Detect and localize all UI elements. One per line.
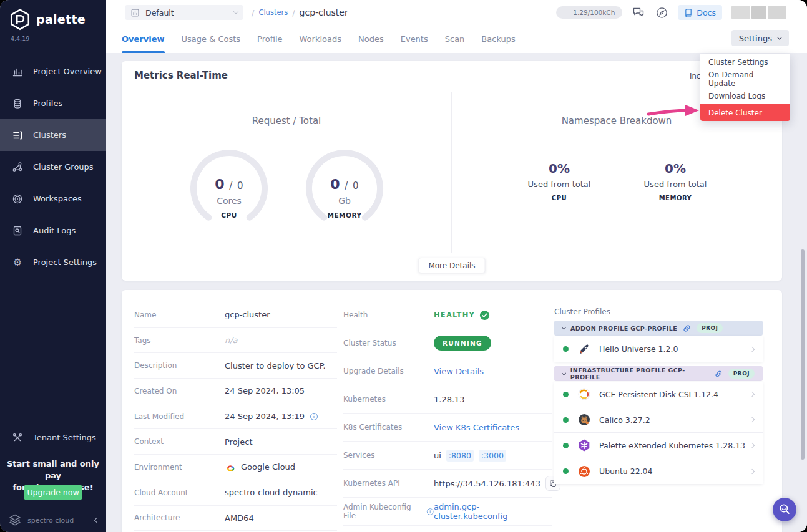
menu-item-download-logs[interactable]: Download Logs bbox=[700, 87, 790, 104]
menu-item-cluster-settings[interactable]: Cluster Settings bbox=[700, 54, 790, 70]
detail-row-services: Services ui :8080 :3000 bbox=[343, 442, 552, 470]
sidebar-item-label: Clusters bbox=[33, 130, 66, 140]
namespace-cpu-percent: 0% bbox=[509, 161, 609, 176]
breadcrumb-link-clusters[interactable]: Clusters bbox=[258, 8, 288, 17]
detail-row-cloud-account: Cloud Accountspectro-cloud-dynamic bbox=[134, 480, 337, 506]
info-icon[interactable] bbox=[310, 412, 318, 421]
target-circles-icon bbox=[12, 193, 23, 205]
top-bar: Default / Clusters / gcp-cluster 1.29/10… bbox=[106, 0, 807, 25]
profile-row-ubuntu[interactable]: Ubuntu 22.04 bbox=[554, 458, 763, 484]
addon-profile-section-header[interactable]: ADDON PROFILE GCP-PROFILE PROJ bbox=[554, 321, 763, 336]
metrics-card-header: Metrics Real-Time Incl bbox=[122, 61, 782, 90]
link-icon[interactable] bbox=[714, 369, 723, 379]
magnifier-smile-icon bbox=[777, 502, 792, 517]
cpu-gauge: 0 / 0 Cores CPU bbox=[188, 148, 270, 229]
docs-button[interactable]: Docs bbox=[678, 5, 722, 20]
upgrade-now-button[interactable]: Upgrade now bbox=[24, 485, 82, 500]
gear-icon: ⚙ bbox=[12, 257, 23, 268]
pxk-hexagon-icon bbox=[577, 438, 591, 452]
project-selector-value: Default bbox=[145, 8, 228, 17]
project-selector[interactable]: Default bbox=[125, 5, 243, 20]
addon-profile-list: Hello Universe 1.2.0 bbox=[554, 336, 763, 362]
detail-row-kubernetes-api: Kubernetes API https://34.54.126.181:443 bbox=[343, 470, 552, 498]
status-dot-green bbox=[563, 417, 569, 423]
feedback-chat-icon[interactable] bbox=[632, 6, 645, 19]
namespace-memory-stat: 0% Used from total MEMORY bbox=[625, 161, 725, 201]
tab-profile[interactable]: Profile bbox=[257, 25, 282, 53]
link-icon[interactable] bbox=[682, 324, 692, 333]
settings-button[interactable]: Settings bbox=[731, 30, 789, 46]
sidebar-item-workspaces[interactable]: Workspaces bbox=[0, 183, 106, 215]
more-details-button[interactable]: More Details bbox=[418, 258, 485, 273]
breadcrumb-separator: / bbox=[292, 8, 295, 17]
search-help-widget-button[interactable] bbox=[773, 498, 796, 521]
usage-credits-pill: 1.29/100kCh bbox=[556, 6, 622, 19]
service-port-link[interactable]: :3000 bbox=[479, 450, 506, 462]
brand-name: spectro cloud bbox=[27, 516, 90, 525]
detail-row-admin-kubeconfig: Admin Kubeconfig File admin.gcp-cluster.… bbox=[343, 498, 552, 526]
tenant-settings-section: Tenant Settings bbox=[0, 422, 106, 453]
detail-row-name: Namegcp-cluster bbox=[134, 302, 337, 328]
tab-backups[interactable]: Backups bbox=[481, 25, 515, 53]
chevron-right-icon bbox=[750, 468, 755, 473]
sidebar-item-label: Workspaces bbox=[33, 194, 82, 203]
tab-scan[interactable]: Scan bbox=[445, 25, 465, 53]
google-cloud-icon bbox=[225, 462, 236, 472]
proj-scope-badge: PROJ bbox=[728, 369, 755, 379]
proj-scope-badge: PROJ bbox=[697, 323, 723, 333]
service-port-link[interactable]: :8080 bbox=[446, 450, 474, 462]
chevron-right-icon bbox=[750, 392, 755, 397]
app-name: palette bbox=[36, 12, 86, 26]
sidebar-item-profiles[interactable]: Profiles bbox=[0, 87, 106, 119]
memory-gauge-label: MEMORY bbox=[304, 211, 385, 219]
view-details-link[interactable]: View Details bbox=[434, 367, 484, 376]
profile-row-gce-disk[interactable]: GCE Persistent Disk CSI 1.12.4 bbox=[554, 382, 763, 407]
sidebar-item-audit-logs[interactable]: Audit Logs bbox=[0, 215, 106, 246]
tab-usage-costs[interactable]: Usage & Costs bbox=[182, 25, 241, 53]
breadcrumb-current: gcp-cluster bbox=[300, 7, 348, 17]
tab-row: Overview Usage & Costs Profile Workloads… bbox=[106, 25, 807, 53]
menu-item-on-demand-update[interactable]: On-Demand Update bbox=[700, 70, 790, 87]
metrics-card-body: Request / Total Namespace Breakdown 0 / … bbox=[122, 90, 782, 280]
tab-workloads[interactable]: Workloads bbox=[300, 25, 341, 53]
breadcrumb: / Clusters / gcp-cluster bbox=[252, 0, 348, 25]
profile-row-hello-universe[interactable]: Hello Universe 1.2.0 bbox=[554, 336, 763, 362]
menu-item-delete-cluster[interactable]: Delete Cluster bbox=[700, 104, 790, 121]
collapse-sidebar-icon[interactable] bbox=[94, 518, 99, 523]
chevron-down-icon bbox=[562, 325, 566, 329]
gce-disk-icon bbox=[577, 387, 591, 401]
document-search-icon bbox=[12, 225, 23, 236]
view-k8s-certificates-link[interactable]: View K8s Certificates bbox=[434, 423, 519, 432]
compass-tour-icon[interactable] bbox=[655, 6, 668, 19]
sidebar-item-label: Profiles bbox=[33, 99, 62, 108]
chart-box-icon bbox=[130, 8, 140, 17]
info-icon[interactable] bbox=[426, 508, 434, 516]
tab-nodes[interactable]: Nodes bbox=[358, 25, 384, 53]
cluster-profiles-panel: Cluster Profiles ADDON PROFILE GCP-PROFI… bbox=[554, 307, 763, 484]
sidebar-item-project-overview[interactable]: Project Overview bbox=[0, 56, 106, 87]
kubeconfig-download-link[interactable]: admin.gcp-cluster.kubeconfig bbox=[434, 502, 552, 521]
chevron-down-icon bbox=[777, 34, 782, 39]
app-version: 4.4.19 bbox=[11, 35, 29, 42]
sidebar-item-label: Cluster Groups bbox=[33, 162, 94, 172]
profile-row-calico[interactable]: Calico 3.27.2 bbox=[554, 407, 763, 433]
sidebar-item-tenant-settings[interactable]: Tenant Settings bbox=[0, 422, 106, 453]
tab-events[interactable]: Events bbox=[401, 25, 428, 53]
memory-gauge-unit: Gb bbox=[304, 196, 385, 206]
detail-row-environment: Environment Google Cloud bbox=[134, 455, 337, 480]
infrastructure-profile-section-header[interactable]: INFRASTRUCTURE PROFILE GCP-PROFILE PROJ bbox=[554, 366, 763, 381]
detail-row-description: DescriptionCluster to deploy to GCP. bbox=[134, 353, 337, 379]
cpu-total-value: 0 bbox=[237, 180, 243, 191]
vertical-scrollbar[interactable] bbox=[801, 249, 805, 460]
sidebar-item-project-settings[interactable]: ⚙ Project Settings bbox=[0, 246, 106, 278]
sidebar-item-cluster-groups[interactable]: Cluster Groups bbox=[0, 151, 106, 183]
breadcrumb-separator: / bbox=[252, 8, 254, 17]
chevron-right-icon bbox=[750, 346, 755, 351]
user-account-redacted[interactable] bbox=[731, 6, 786, 19]
tab-overview[interactable]: Overview bbox=[122, 25, 165, 53]
detail-row-health: Health HEALTHY bbox=[343, 301, 552, 329]
sidebar-item-clusters[interactable]: Clusters bbox=[0, 119, 106, 151]
sidebar-item-label: Audit Logs bbox=[33, 226, 76, 235]
sidebar-item-label: Project Settings bbox=[33, 258, 97, 267]
profile-row-palette-kubernetes[interactable]: Palette eXtended Kubernetes 1.28.13 bbox=[554, 433, 763, 458]
